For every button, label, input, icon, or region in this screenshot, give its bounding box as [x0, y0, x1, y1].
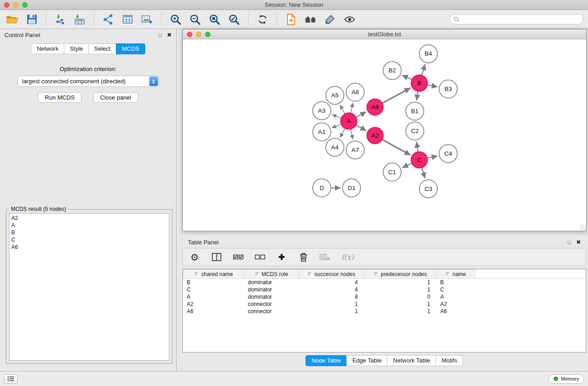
- eye-icon[interactable]: [342, 12, 357, 27]
- table-row[interactable]: Cdominator41C: [183, 286, 586, 293]
- close-window-button[interactable]: [4, 2, 10, 8]
- network-canvas[interactable]: B4B2BB3A8A5A6A3B1AC2A1A2A4A7C4CC1DD1C3: [183, 39, 586, 231]
- graph-node-A[interactable]: A: [341, 113, 357, 129]
- column-header-predecessor-nodes[interactable]: predecessor nodes: [364, 270, 437, 279]
- graph-node-C[interactable]: C: [411, 152, 427, 168]
- run-mcds-button[interactable]: Run MCDS: [38, 92, 81, 103]
- search-input[interactable]: [462, 16, 579, 23]
- new-table-icon[interactable]: [120, 12, 135, 27]
- function-builder-icon[interactable]: f(x): [341, 251, 354, 263]
- delete-table-icon[interactable]: [320, 251, 330, 263]
- show-columns-icon[interactable]: [211, 251, 222, 263]
- float-table-panel-icon[interactable]: □: [568, 240, 571, 245]
- graph-node-B1[interactable]: B1: [406, 102, 424, 120]
- mcds-result-item[interactable]: A2: [11, 214, 167, 222]
- tab-network-table[interactable]: Network Table: [387, 355, 436, 366]
- column-header-successor-nodes[interactable]: successor nodes: [299, 270, 364, 279]
- graph-node-C3[interactable]: C3: [419, 180, 437, 198]
- graph-edge-C-C1[interactable]: [402, 163, 411, 167]
- graph-node-A6[interactable]: A6: [367, 99, 383, 115]
- graph-edge-A6-B[interactable]: [382, 88, 411, 103]
- zoom-network-button[interactable]: [205, 32, 210, 37]
- minimize-window-button[interactable]: [13, 2, 19, 8]
- graph-edge-B-B2[interactable]: [402, 75, 411, 80]
- float-panel-icon[interactable]: □: [158, 33, 162, 38]
- close-panel-button[interactable]: Close panel: [93, 92, 138, 103]
- tab-network[interactable]: Network: [31, 43, 64, 54]
- graph-node-A5[interactable]: A5: [326, 86, 344, 105]
- graph-edge-A-A8[interactable]: [351, 103, 353, 113]
- zoom-fit-icon[interactable]: [207, 12, 222, 27]
- tab-select[interactable]: Select: [88, 43, 116, 54]
- tab-edge-table[interactable]: Edge Table: [346, 355, 387, 366]
- style-pen-icon[interactable]: [322, 12, 338, 27]
- network-window-titlebar[interactable]: testGlobe.txt: [183, 29, 586, 39]
- zoom-selected-icon[interactable]: [226, 12, 242, 27]
- graph-node-D1[interactable]: D1: [343, 179, 361, 197]
- tab-node-table[interactable]: Node Table: [306, 355, 347, 366]
- save-icon[interactable]: [24, 12, 39, 27]
- graph-node-A7[interactable]: A7: [346, 141, 364, 159]
- graph-node-C1[interactable]: C1: [383, 163, 402, 181]
- close-table-panel-icon[interactable]: ✖: [576, 239, 581, 245]
- graph-node-D[interactable]: D: [313, 179, 331, 197]
- graph-edge-C-C4[interactable]: [428, 156, 438, 158]
- tab-mcds[interactable]: MCDS: [116, 43, 145, 54]
- export-image-icon[interactable]: [139, 12, 155, 27]
- select-all-icon[interactable]: [233, 251, 244, 263]
- mcds-result-item[interactable]: A: [11, 222, 167, 229]
- gear-icon[interactable]: ⚙: [189, 251, 200, 263]
- graph-edge-A-A2[interactable]: [356, 125, 366, 131]
- graph-edge-C-C3[interactable]: [422, 168, 425, 178]
- panel-menu-button[interactable]: [4, 374, 18, 384]
- import-table-icon[interactable]: [72, 12, 87, 27]
- mcds-result-item[interactable]: C: [11, 236, 167, 243]
- graph-node-A1[interactable]: A1: [313, 123, 331, 141]
- graph-edge-B-B1[interactable]: [416, 92, 418, 100]
- graph-node-B3[interactable]: B3: [439, 80, 457, 98]
- deselect-all-icon[interactable]: [254, 251, 265, 263]
- graph-edge-A-A6[interactable]: [356, 112, 366, 117]
- graph-node-C4[interactable]: C4: [439, 144, 457, 162]
- graph-node-B4[interactable]: B4: [419, 45, 437, 63]
- search-field[interactable]: [449, 14, 583, 24]
- zoom-in-icon[interactable]: [168, 12, 183, 27]
- graph-node-B2[interactable]: B2: [383, 62, 402, 80]
- column-header-mcds-role[interactable]: MCDS role: [244, 270, 299, 279]
- refresh-icon[interactable]: [255, 12, 270, 27]
- graph-edge-A-A7[interactable]: [351, 129, 353, 139]
- zoom-out-icon[interactable]: [187, 12, 203, 27]
- column-header-shared-name[interactable]: shared name: [183, 270, 244, 279]
- graph-node-A8[interactable]: A8: [346, 83, 364, 101]
- graph-edge-A-A1[interactable]: [332, 124, 341, 128]
- graph-node-A4[interactable]: A4: [326, 138, 344, 156]
- graph-edge-C-C2[interactable]: [416, 142, 418, 151]
- tab-style[interactable]: Style: [64, 43, 89, 54]
- table-row[interactable]: Adominator80A: [183, 293, 586, 300]
- home-icon[interactable]: [303, 12, 318, 27]
- graph-edge-A2-C[interactable]: [382, 140, 411, 155]
- graph-edge-A-A3[interactable]: [332, 114, 341, 118]
- mcds-result-item[interactable]: B: [11, 229, 167, 236]
- graph-edge-B-B3[interactable]: [428, 85, 438, 87]
- import-network-icon[interactable]: [53, 12, 68, 27]
- graph-edge-A-A4[interactable]: [340, 129, 345, 138]
- graph-node-C2[interactable]: C2: [406, 122, 424, 140]
- window-resize-grip[interactable]: [580, 225, 586, 230]
- optimization-select[interactable]: largest connected component (directed): [18, 76, 159, 87]
- tab-motifs[interactable]: Motifs: [435, 355, 463, 366]
- graph-node-A2[interactable]: A2: [367, 128, 383, 144]
- new-network-icon[interactable]: [100, 12, 116, 27]
- close-network-button[interactable]: [187, 32, 192, 37]
- graph-node-A3[interactable]: A3: [313, 102, 331, 120]
- column-header-name[interactable]: name: [437, 270, 475, 279]
- memory-button[interactable]: Memory: [549, 374, 584, 384]
- add-column-icon[interactable]: ✚: [276, 251, 287, 263]
- zoom-window-button[interactable]: [22, 2, 28, 8]
- close-panel-icon[interactable]: ✖: [167, 32, 172, 38]
- graph-node-B[interactable]: B: [411, 75, 427, 91]
- mcds-result-item[interactable]: A6: [11, 243, 167, 251]
- graph-edge-B-B4[interactable]: [422, 64, 425, 75]
- network-graph[interactable]: B4B2BB3A8A5A6A3B1AC2A1A2A4A7C4CC1DD1C3: [183, 39, 586, 231]
- table-row[interactable]: Bdominator41B: [183, 279, 586, 286]
